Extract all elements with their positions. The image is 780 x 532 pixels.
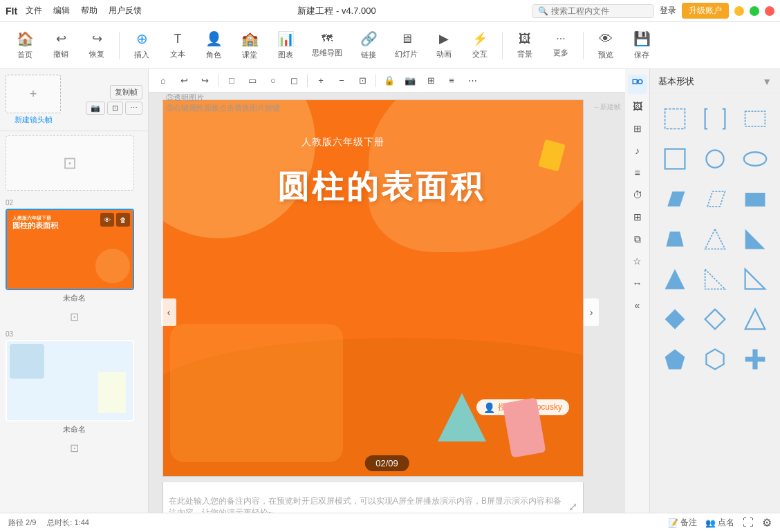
canvas-zoomin-btn[interactable]: + bbox=[312, 72, 330, 90]
slide-thumb-2[interactable]: 人教版六年级下册 圆柱的表面积 👁 🗑 bbox=[6, 209, 134, 290]
shape-diamond-outline[interactable] bbox=[697, 301, 733, 337]
shape-tool-group[interactable]: ⊞ bbox=[628, 207, 647, 227]
canvas-fit-btn[interactable]: ⊡ bbox=[353, 72, 371, 90]
toolbar-home[interactable]: 🏠 首页 bbox=[8, 26, 41, 64]
toolbar-undo[interactable]: ↩ 撤销 bbox=[44, 27, 77, 64]
search-input[interactable] bbox=[551, 6, 648, 16]
shape-tool-list[interactable]: ≡ bbox=[628, 163, 647, 182]
toolbar-mindmap[interactable]: 🗺 思维导图 bbox=[305, 28, 349, 62]
slide-thumb-3[interactable] bbox=[6, 340, 134, 421]
new-frame-label[interactable]: 新建镜头帧 bbox=[15, 115, 53, 125]
slide-delete-btn[interactable]: 🗑 bbox=[116, 213, 130, 227]
shape-tool-clock[interactable]: ⏱ bbox=[628, 185, 647, 205]
shape-circle[interactable] bbox=[697, 141, 733, 177]
toolbar-insert[interactable]: ⊕ 插入 bbox=[125, 26, 158, 64]
copy-frame-btn[interactable]: 复制帧 bbox=[110, 85, 142, 99]
canvas-photo-btn[interactable]: 📷 bbox=[401, 72, 419, 90]
shape-filled-rect[interactable] bbox=[737, 181, 773, 217]
settings-btn[interactable]: ⚙ bbox=[762, 516, 772, 529]
more2-btn[interactable]: ⋯ bbox=[125, 102, 142, 115]
canvas-round-rect-btn[interactable]: ▭ bbox=[243, 72, 261, 90]
shape-tool-shapes[interactable] bbox=[628, 75, 647, 94]
shape-tool-double-arrow[interactable]: ↔ bbox=[628, 274, 647, 293]
shape-bracket-rect[interactable] bbox=[697, 101, 733, 137]
menu-file[interactable]: 文件 bbox=[26, 5, 42, 17]
toolbar-class[interactable]: 🏫 课堂 bbox=[233, 26, 266, 64]
shape-triangle-dashed[interactable] bbox=[697, 221, 733, 257]
new-frame-area[interactable]: + bbox=[6, 75, 61, 113]
canvas-zoomout-btn[interactable]: − bbox=[333, 72, 351, 90]
toolbar-slide[interactable]: 🖥 幻灯片 bbox=[388, 28, 425, 64]
svg-marker-8 bbox=[707, 191, 725, 207]
slide-canvas[interactable]: ③透明图片 ③右键属性面板点击替换图片按键 ←新建帧 人教版六年级下册 圆柱的表… bbox=[162, 99, 584, 477]
camera-btn[interactable]: 📷 bbox=[86, 102, 105, 115]
shape-tool-layer[interactable]: ⧉ bbox=[628, 229, 647, 249]
canvas-undo-btn[interactable]: ↩ bbox=[175, 72, 193, 90]
toolbar-bg[interactable]: 🖼 背景 bbox=[508, 28, 541, 64]
toolbar-text[interactable]: T 文本 bbox=[161, 28, 194, 64]
canvas-nav-right[interactable]: › bbox=[584, 298, 599, 326]
canvas-home-btn[interactable]: ⌂ bbox=[154, 72, 172, 90]
shape-oval[interactable] bbox=[737, 141, 773, 177]
shape-right-tri-open[interactable] bbox=[737, 261, 773, 297]
shape-triangle-outline[interactable] bbox=[737, 301, 773, 337]
shape-pentagon[interactable] bbox=[657, 341, 693, 377]
toolbar-role[interactable]: 👤 角色 bbox=[197, 26, 230, 64]
notes-btn[interactable]: 📝 备注 bbox=[668, 517, 697, 529]
shape-right-triangle[interactable] bbox=[737, 221, 773, 257]
status-total-time: 总时长: 1:44 bbox=[47, 517, 89, 528]
slide-main-title: 圆柱的表面积 bbox=[277, 166, 485, 209]
shape-dashed-parallelogram[interactable] bbox=[697, 181, 733, 217]
minimize-button[interactable] bbox=[734, 6, 744, 16]
shapes-dropdown-icon[interactable]: ▼ bbox=[762, 76, 772, 87]
toolbar-redo[interactable]: ↪ 恢复 bbox=[80, 27, 113, 64]
undo-icon: ↩ bbox=[56, 31, 66, 46]
toolbar-chart[interactable]: 📊 图表 bbox=[269, 26, 302, 64]
menu-feedback[interactable]: 用户反馈 bbox=[109, 5, 142, 17]
menu-edit[interactable]: 编辑 bbox=[53, 5, 70, 17]
toolbar-preview[interactable]: 👁 预览 bbox=[589, 27, 622, 64]
maximize-button[interactable] bbox=[750, 6, 759, 16]
shape-square-dashed[interactable] bbox=[657, 101, 693, 137]
toolbar-interact[interactable]: ⚡ 交互 bbox=[463, 27, 496, 64]
canvas-more3-btn[interactable]: ⋯ bbox=[463, 72, 481, 90]
shape-dashed-rect[interactable] bbox=[737, 101, 773, 137]
fullscreen-btn[interactable]: ⛶ bbox=[743, 517, 754, 529]
toolbar-animate[interactable]: ▶ 动画 bbox=[427, 27, 461, 64]
canvas-rect-btn[interactable]: □ bbox=[223, 72, 241, 90]
shape-rect[interactable] bbox=[657, 141, 693, 177]
shape-plus[interactable] bbox=[737, 341, 773, 377]
shape-tool-table[interactable]: ⊞ bbox=[628, 119, 647, 138]
shape-tool-music[interactable]: ♪ bbox=[628, 141, 647, 160]
menu-help[interactable]: 帮助 bbox=[81, 5, 98, 17]
shape-diamond[interactable] bbox=[657, 301, 693, 337]
shape-parallelogram[interactable] bbox=[657, 181, 693, 217]
shape-tool-collapse[interactable]: « bbox=[628, 296, 647, 315]
canvas-nav-left[interactable]: ‹ bbox=[161, 298, 176, 326]
canvas-redo-btn[interactable]: ↪ bbox=[196, 72, 214, 90]
app-title: 新建工程 - v4.7.000 bbox=[297, 5, 375, 17]
svg-rect-3 bbox=[745, 111, 765, 126]
shape-filled-triangle[interactable] bbox=[657, 261, 693, 297]
canvas-square-btn[interactable]: ◻ bbox=[285, 72, 303, 90]
upgrade-button[interactable]: 升级账户 bbox=[682, 3, 729, 19]
shape-trapezoid[interactable] bbox=[657, 221, 693, 257]
canvas-grid-btn[interactable]: ⊞ bbox=[422, 72, 440, 90]
shape-tool-image[interactable]: 🖼 bbox=[628, 97, 647, 116]
search-box[interactable]: 🔍 bbox=[532, 4, 654, 18]
canvas-circle-btn[interactable]: ○ bbox=[264, 72, 282, 90]
toolbar-link[interactable]: 🔗 链接 bbox=[352, 26, 385, 64]
shape-hexagon-outline[interactable] bbox=[697, 341, 733, 377]
login-button[interactable]: 登录 bbox=[660, 5, 676, 17]
toolbar-more[interactable]: ··· 更多 bbox=[544, 28, 577, 62]
toolbar-save[interactable]: 💾 保存 bbox=[625, 26, 658, 64]
slide-eye-btn[interactable]: 👁 bbox=[100, 213, 114, 227]
canvas-align-btn[interactable]: ≡ bbox=[443, 72, 461, 90]
notes-expand-btn[interactable]: ⤢ bbox=[568, 500, 577, 513]
fitscreen-btn[interactable]: ⊡ bbox=[107, 102, 123, 115]
shape-right-tri-dashed[interactable] bbox=[697, 261, 733, 297]
shape-tool-star[interactable]: ☆ bbox=[628, 251, 647, 271]
close-button[interactable] bbox=[765, 6, 774, 16]
roll-call-btn[interactable]: 👥 点名 bbox=[705, 517, 734, 529]
canvas-lock-btn[interactable]: 🔒 bbox=[380, 72, 398, 90]
